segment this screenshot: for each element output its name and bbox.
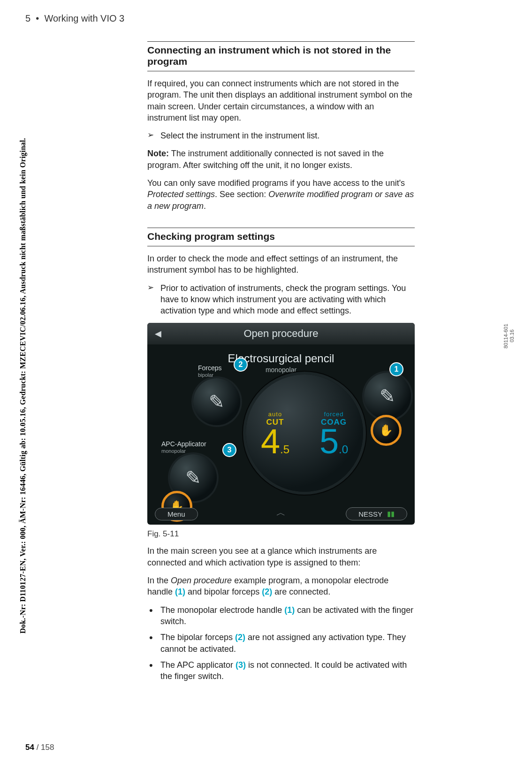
cut-dec: .5: [280, 443, 289, 456]
ref-1: (1): [284, 605, 295, 615]
nessy-label: NESSY: [358, 510, 382, 518]
t: APC-Applicator: [161, 440, 206, 448]
artwork-code: 80114-601: [503, 324, 509, 349]
t-italic: Open procedure: [171, 576, 232, 585]
page-sep: /: [34, 743, 41, 752]
chapter-title: Working with VIO 3: [44, 13, 124, 23]
bullet-2: The bipolar forceps (2) are not assigned…: [147, 632, 415, 655]
screen-title: Open procedure: [244, 328, 319, 340]
sec2-bullets: The monopolar electrode handle (1) can b…: [147, 604, 415, 682]
t-italic: Protected settings: [147, 190, 215, 199]
pencil-icon: ✎: [380, 385, 395, 407]
back-icon[interactable]: ◀: [155, 328, 161, 339]
note-text: The instrument additionally connected is…: [147, 149, 384, 169]
t: The monopolar electrode handle: [160, 605, 284, 615]
bullet-sep: •: [36, 13, 39, 23]
coag-side[interactable]: forced COAG 5.0: [304, 374, 363, 492]
instrument-title: Electrosurgical pencil: [147, 352, 415, 365]
t: bipolar: [198, 372, 222, 378]
cut-side[interactable]: auto CUT 4.5: [246, 374, 304, 492]
screen-title-bar: ◀ Open procedure: [147, 323, 415, 344]
sec2-para2: In the main screen you see at a glance w…: [147, 545, 415, 568]
forceps-icon: ✎: [209, 391, 225, 412]
activation-ring-right[interactable]: ✋: [371, 415, 402, 446]
note-label: Note:: [147, 149, 169, 158]
sec2-para3: In the Open procedure example program, a…: [147, 575, 415, 598]
t: monopolar: [161, 448, 206, 454]
cut-int: 4: [261, 422, 280, 461]
sec1-step1: Select the instrument in the instrument …: [147, 130, 415, 141]
main-effect-dial[interactable]: auto CUT 4.5 forced COAG 5.0: [246, 374, 363, 492]
pencil-dial[interactable]: ✎: [364, 373, 411, 420]
ref-2: (2): [235, 633, 245, 642]
t: . See section:: [215, 190, 268, 199]
t: and bipolar forceps: [185, 587, 262, 596]
callout-1: 1: [390, 363, 403, 375]
artwork-date: 03.16: [509, 330, 515, 343]
nessy-button[interactable]: NESSY ▮▮: [346, 507, 407, 520]
page-total: 158: [41, 743, 54, 752]
menu-button[interactable]: Menu: [155, 508, 198, 520]
chapter-number: 5: [25, 13, 30, 23]
section-title-connecting: Connecting an instrument which is not st…: [147, 41, 415, 71]
apc-icon: ✎: [185, 467, 201, 489]
t: .: [204, 201, 206, 211]
t: Forceps: [198, 364, 222, 372]
t: You can only save modified programs if y…: [147, 178, 405, 188]
bullet-3: The APC applicator (3) is not connected.…: [147, 659, 415, 682]
instrument-subtitle: monopolar: [147, 366, 415, 374]
t: are connected.: [272, 587, 330, 596]
coag-value: 5.0: [319, 427, 348, 457]
forceps-label: Forceps bipolar: [198, 364, 222, 378]
forceps-dial[interactable]: ✎: [193, 378, 240, 425]
sec1-para1: If required, you can connect instruments…: [147, 78, 415, 123]
hand-icon: ✋: [379, 424, 393, 437]
ref-1: (1): [175, 587, 185, 596]
page-footer: 54 / 158: [25, 743, 54, 752]
sec2-step1: Prior to activation of instruments, chec…: [147, 282, 415, 317]
ref-2: (2): [262, 587, 272, 596]
apc-label: APC-Applicator monopolar: [161, 440, 206, 454]
bullet-1: The monopolar electrode handle (1) can b…: [147, 604, 415, 627]
section-title-checking: Checking program settings: [147, 228, 415, 246]
sec2-para1: In order to check the mode and effect se…: [147, 253, 415, 276]
coag-dec: .0: [339, 443, 348, 456]
right-margin-code: 80114-601 03.16: [503, 324, 515, 349]
expand-up-icon[interactable]: ︿: [276, 506, 286, 519]
figure-caption: Fig. 5-11: [147, 529, 415, 539]
main-content: Connecting an instrument which is not st…: [147, 34, 415, 688]
t: The APC applicator: [160, 660, 236, 670]
nessy-status-icon: ▮▮: [387, 510, 395, 518]
ref-3: (3): [236, 660, 246, 670]
coag-mode-small: forced: [324, 411, 343, 418]
sec1-para3: You can only save modified programs if y…: [147, 177, 415, 212]
left-margin-doc-info: Dok.-Nr: D110127-EN, Ver.: 000, ÄM-Nr: 1…: [19, 137, 27, 633]
figure-5-11: ◀ Open procedure Electrosurgical pencil …: [147, 323, 415, 525]
callout-3: 3: [223, 444, 236, 456]
t: In the: [147, 576, 171, 585]
sec1-note: Note: The instrument additionally connec…: [147, 148, 415, 171]
coag-int: 5: [319, 422, 339, 461]
cut-mode-small: auto: [268, 411, 282, 418]
page-current: 54: [25, 743, 34, 752]
cut-value: 4.5: [261, 427, 289, 457]
t: The bipolar forceps: [160, 633, 235, 642]
sec1-steps: Select the instrument in the instrument …: [147, 130, 415, 141]
sec2-steps: Prior to activation of instruments, chec…: [147, 282, 415, 317]
running-header: 5 • Working with VIO 3: [25, 13, 124, 24]
